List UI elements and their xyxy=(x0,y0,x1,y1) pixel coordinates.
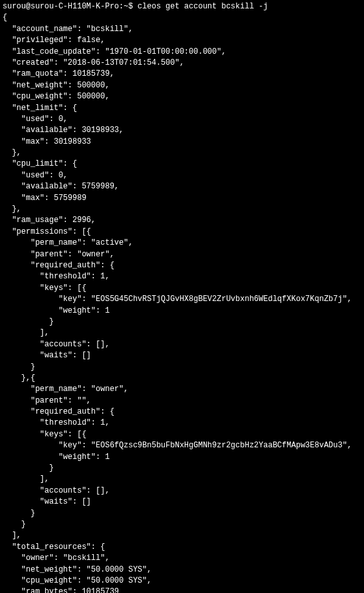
json-response: { "account_name": "bcskill", "privileged… xyxy=(3,13,352,593)
command-prompt: surou@surou-C-H110M-K-Pro:~$ cleos get a… xyxy=(3,2,268,11)
terminal-output: surou@surou-C-H110M-K-Pro:~$ cleos get a… xyxy=(0,0,364,593)
